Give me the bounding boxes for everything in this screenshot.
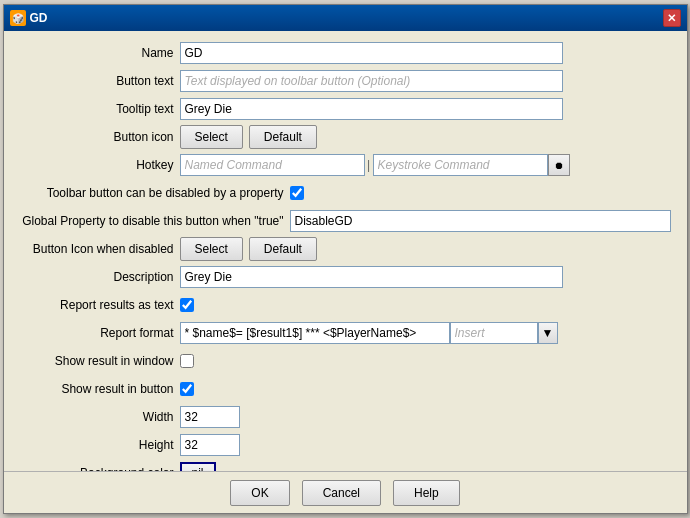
cancel-button[interactable]: Cancel: [302, 480, 381, 506]
name-row: Name: [20, 41, 671, 65]
default-button-2[interactable]: Default: [249, 237, 317, 261]
hotkey-label: Hotkey: [20, 158, 180, 172]
window-title: GD: [30, 11, 48, 25]
default-button-1[interactable]: Default: [249, 125, 317, 149]
form-content: Name Button text Tooltip text Button ico…: [4, 31, 687, 471]
width-label: Width: [20, 410, 180, 424]
global-property-label: Global Property to disable this button w…: [20, 214, 290, 228]
bg-color-row: Background color nil: [20, 461, 671, 471]
select-button-2[interactable]: Select: [180, 237, 243, 261]
height-row: Height: [20, 433, 671, 457]
report-text-checkbox-cell: [180, 298, 194, 312]
show-window-row: Show result in window: [20, 349, 671, 373]
description-row: Description: [20, 265, 671, 289]
width-row: Width: [20, 405, 671, 429]
hotkey-divider: |: [365, 158, 373, 172]
help-button[interactable]: Help: [393, 480, 460, 506]
button-icon-row: Button icon Select Default: [20, 125, 671, 149]
icon-disabled-label: Button Icon when disabled: [20, 242, 180, 256]
footer: OK Cancel Help: [4, 471, 687, 513]
name-label: Name: [20, 46, 180, 60]
icon-disabled-row: Button Icon when disabled Select Default: [20, 237, 671, 261]
ok-button[interactable]: OK: [230, 480, 289, 506]
report-text-row: Report results as text: [20, 293, 671, 317]
select-button-1[interactable]: Select: [180, 125, 243, 149]
name-input[interactable]: [180, 42, 563, 64]
global-property-input[interactable]: [290, 210, 671, 232]
show-window-checkbox[interactable]: [180, 354, 194, 368]
report-format-label: Report format: [20, 326, 180, 340]
tooltip-input[interactable]: [180, 98, 563, 120]
button-icon-label: Button icon: [20, 130, 180, 144]
show-button-checkbox[interactable]: [180, 382, 194, 396]
hotkey-record-button[interactable]: ⏺: [548, 154, 570, 176]
show-button-row: Show result in button: [20, 377, 671, 401]
show-window-checkbox-cell: [180, 354, 194, 368]
button-text-label: Button text: [20, 74, 180, 88]
hotkey-row: Hotkey | ⏺: [20, 153, 671, 177]
height-label: Height: [20, 438, 180, 452]
hotkey-named-input[interactable]: [180, 154, 365, 176]
insert-container: ▼: [450, 322, 558, 344]
report-format-row: Report format ▼: [20, 321, 671, 345]
toolbar-disabled-checkbox-cell: [290, 186, 304, 200]
width-input[interactable]: [180, 406, 240, 428]
report-format-input[interactable]: [180, 322, 450, 344]
report-format-container: ▼: [180, 322, 558, 344]
global-property-row: Global Property to disable this button w…: [20, 209, 671, 233]
tooltip-label: Tooltip text: [20, 102, 180, 116]
show-button-checkbox-cell: [180, 382, 194, 396]
title-bar-left: 🎲 GD: [10, 10, 48, 26]
main-window: 🎲 GD ✕ Name Button text Tooltip text: [3, 4, 688, 514]
nil-button[interactable]: nil: [180, 462, 216, 471]
show-button-label: Show result in button: [20, 382, 180, 396]
tooltip-row: Tooltip text: [20, 97, 671, 121]
insert-dropdown-button[interactable]: ▼: [538, 322, 558, 344]
button-text-input[interactable]: [180, 70, 563, 92]
hotkey-container: | ⏺: [180, 154, 570, 176]
description-label: Description: [20, 270, 180, 284]
toolbar-disabled-label: Toolbar button can be disabled by a prop…: [20, 186, 290, 200]
hotkey-keystroke-input[interactable]: [373, 154, 548, 176]
toolbar-disabled-checkbox[interactable]: [290, 186, 304, 200]
button-text-row: Button text: [20, 69, 671, 93]
close-button[interactable]: ✕: [663, 9, 681, 27]
description-input[interactable]: [180, 266, 563, 288]
show-window-label: Show result in window: [20, 354, 180, 368]
app-icon: 🎲: [10, 10, 26, 26]
toolbar-disabled-row: Toolbar button can be disabled by a prop…: [20, 181, 671, 205]
title-bar: 🎲 GD ✕: [4, 5, 687, 31]
report-text-checkbox[interactable]: [180, 298, 194, 312]
form-grid: Name Button text Tooltip text Button ico…: [20, 41, 671, 471]
height-input[interactable]: [180, 434, 240, 456]
insert-input[interactable]: [450, 322, 538, 344]
report-text-label: Report results as text: [20, 298, 180, 312]
